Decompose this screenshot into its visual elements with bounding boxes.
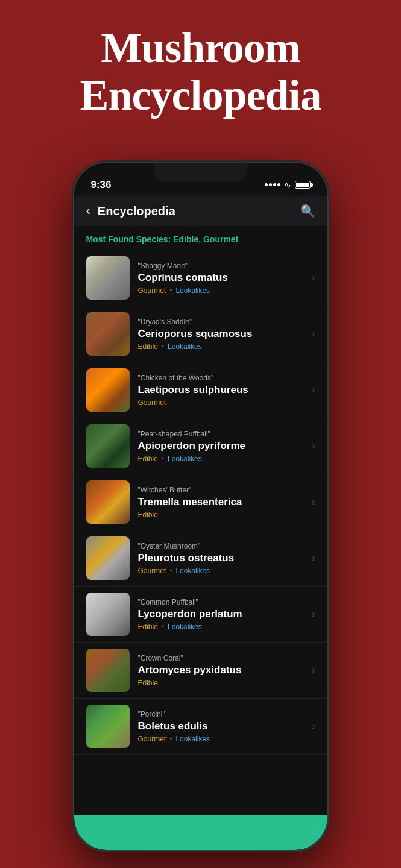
chevron-right-icon: ›: [312, 497, 315, 508]
battery-fill: [296, 183, 309, 187]
bottom-bar[interactable]: [74, 815, 327, 850]
mushroom-latin-name: Laetiporus sulphureus: [138, 384, 308, 396]
mushroom-item[interactable]: "Porcini"Boletus edulisGourmet•Lookalike…: [74, 699, 327, 755]
mushroom-item[interactable]: "Shaggy Mane"Coprinus comatusGourmet•Loo…: [74, 250, 327, 306]
mushroom-thumbnail: [86, 480, 130, 524]
tag-separator: •: [162, 454, 164, 463]
chevron-right-icon: ›: [312, 609, 315, 620]
back-button[interactable]: ‹: [86, 203, 90, 219]
mushroom-latin-name: Tremella mesenterica: [138, 496, 308, 508]
tag-label: Lookalikes: [175, 286, 210, 295]
mushroom-tags: Gourmet: [138, 398, 308, 407]
mushroom-common-name: "Shaggy Mane": [138, 262, 308, 270]
mushroom-info: "Crown Coral"Artomyces pyxidatusEdible: [138, 654, 308, 687]
content-area[interactable]: Most Found Species: Edible, Gourmet "Sha…: [74, 226, 327, 844]
mushroom-info: "Pear-shaped Puffball"Apioperdon pyrifor…: [138, 430, 308, 463]
mushroom-tags: Gourmet•Lookalikes: [138, 735, 308, 743]
mushroom-tags: Edible•Lookalikes: [138, 454, 308, 463]
status-icons: ∿: [265, 180, 311, 190]
phone-screen: 9:36 ∿ ‹ Encyclopedia: [74, 163, 327, 850]
nav-bar: ‹ Encyclopedia 🔍: [74, 196, 327, 226]
signal-dot-2: [269, 183, 272, 186]
mushroom-thumbnail: [86, 256, 130, 300]
tag-separator: •: [169, 567, 172, 575]
mushroom-tags: Gourmet•Lookalikes: [138, 567, 308, 575]
mushroom-list: "Shaggy Mane"Coprinus comatusGourmet•Loo…: [74, 250, 327, 755]
signal-dots: [265, 183, 280, 186]
mushroom-thumbnail: [86, 593, 130, 636]
mushroom-common-name: "Common Puffball": [138, 598, 308, 606]
mushroom-tags: Edible•Lookalikes: [138, 623, 308, 631]
mushroom-common-name: "Crown Coral": [138, 654, 308, 662]
chevron-right-icon: ›: [312, 385, 315, 395]
tag-label: Lookalikes: [168, 454, 202, 463]
mushroom-item[interactable]: "Common Puffball"Lycoperdon perlatumEdib…: [74, 587, 327, 643]
section-header: Most Found Species: Edible, Gourmet: [74, 226, 327, 250]
tag-label: Edible: [138, 679, 158, 687]
notch: [154, 163, 247, 182]
chevron-right-icon: ›: [312, 441, 315, 451]
mushroom-info: "Witches' Butter"Tremella mesentericaEdi…: [138, 486, 308, 519]
chevron-right-icon: ›: [312, 665, 315, 676]
status-time: 9:36: [91, 179, 112, 191]
mushroom-item[interactable]: "Witches' Butter"Tremella mesentericaEdi…: [74, 474, 327, 530]
tag-separator: •: [162, 623, 164, 631]
signal-dot-3: [273, 183, 276, 186]
mushroom-latin-name: Lycoperdon perlatum: [138, 608, 308, 620]
mushroom-info: "Dryad's Saddle"Cerioporus squamosusEdib…: [138, 318, 308, 351]
chevron-right-icon: ›: [312, 329, 315, 339]
tag-label: Lookalikes: [168, 623, 202, 631]
tag-label: Edible: [138, 623, 158, 631]
tag-label: Edible: [138, 511, 158, 519]
mushroom-thumbnail: [86, 536, 130, 580]
mushroom-common-name: "Dryad's Saddle": [138, 318, 308, 326]
hero-section: Mushroom Encyclopedia: [0, 0, 401, 137]
mushroom-thumbnail: [86, 368, 130, 412]
mushroom-latin-name: Pleurotus ostreatus: [138, 552, 308, 564]
nav-title: Encyclopedia: [98, 204, 300, 218]
mushroom-info: "Chicken of the Woods"Laetiporus sulphur…: [138, 374, 308, 407]
tag-label: Lookalikes: [175, 567, 210, 575]
mushroom-item[interactable]: "Oyster Mushroom"Pleurotus ostreatusGour…: [74, 530, 327, 587]
mushroom-latin-name: Artomyces pyxidatus: [138, 664, 308, 676]
mushroom-info: "Shaggy Mane"Coprinus comatusGourmet•Loo…: [138, 262, 308, 295]
mushroom-item[interactable]: "Dryad's Saddle"Cerioporus squamosusEdib…: [74, 306, 327, 362]
phone-frame: 9:36 ∿ ‹ Encyclopedia: [74, 163, 327, 850]
mushroom-latin-name: Boletus edulis: [138, 720, 308, 732]
tag-label: Gourmet: [138, 735, 166, 743]
hero-title: Mushroom Encyclopedia: [12, 24, 389, 119]
wifi-icon: ∿: [284, 180, 291, 190]
mushroom-tags: Edible: [138, 511, 308, 519]
mushroom-thumbnail: [86, 424, 130, 468]
chevron-right-icon: ›: [312, 553, 315, 564]
mushroom-common-name: "Oyster Mushroom": [138, 542, 308, 550]
mushroom-latin-name: Cerioporus squamosus: [138, 328, 308, 340]
mushroom-common-name: "Witches' Butter": [138, 486, 308, 494]
mushroom-info: "Porcini"Boletus edulisGourmet•Lookalike…: [138, 710, 308, 743]
tag-label: Gourmet: [138, 286, 166, 295]
tag-label: Lookalikes: [175, 735, 210, 743]
tag-label: Edible: [138, 454, 158, 463]
mushroom-info: "Common Puffball"Lycoperdon perlatumEdib…: [138, 598, 308, 631]
mushroom-tags: Gourmet•Lookalikes: [138, 286, 308, 295]
battery-icon: [295, 181, 311, 189]
mushroom-item[interactable]: "Pear-shaped Puffball"Apioperdon pyrifor…: [74, 418, 327, 474]
signal-dot-4: [277, 183, 280, 186]
chevron-right-icon: ›: [312, 272, 315, 283]
tag-separator: •: [169, 286, 172, 295]
mushroom-thumbnail: [86, 705, 130, 748]
mushroom-common-name: "Pear-shaped Puffball": [138, 430, 308, 438]
mushroom-info: "Oyster Mushroom"Pleurotus ostreatusGour…: [138, 542, 308, 575]
mushroom-latin-name: Apioperdon pyriforme: [138, 440, 308, 452]
tag-separator: •: [162, 342, 164, 351]
mushroom-tags: Edible•Lookalikes: [138, 342, 308, 351]
tag-label: Gourmet: [138, 567, 166, 575]
mushroom-thumbnail: [86, 649, 130, 692]
mushroom-item[interactable]: "Crown Coral"Artomyces pyxidatusEdible›: [74, 643, 327, 699]
mushroom-item[interactable]: "Chicken of the Woods"Laetiporus sulphur…: [74, 362, 327, 418]
tag-label: Lookalikes: [168, 342, 202, 351]
mushroom-latin-name: Coprinus comatus: [138, 272, 308, 284]
search-button[interactable]: 🔍: [300, 204, 315, 218]
mushroom-common-name: "Porcini": [138, 710, 308, 719]
tag-separator: •: [169, 735, 172, 743]
